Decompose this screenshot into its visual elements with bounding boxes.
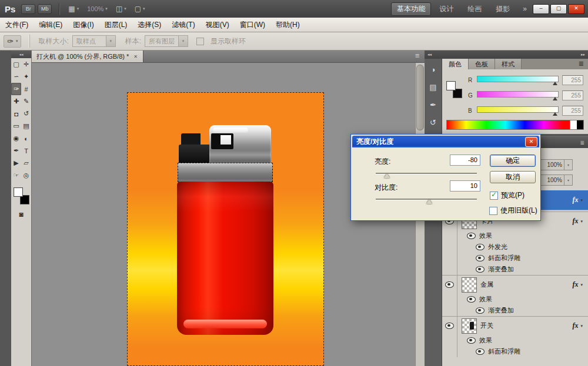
channel-value-field[interactable]: 255 — [562, 90, 583, 100]
contrast-slider[interactable] — [376, 197, 477, 204]
screen-mode-button[interactable]: ▢ ▾ — [135, 5, 145, 13]
collapse-dock-icon[interactable]: ◂◂ — [427, 52, 432, 57]
effect-row[interactable]: 渐变叠加 — [442, 264, 588, 275]
zoom-level-dropdown[interactable]: 100% ▾ — [87, 5, 108, 12]
menu-item-image[interactable]: 图像(I) — [68, 18, 99, 32]
workspace-button-design[interactable]: 设计 — [433, 2, 459, 16]
channel-value-field[interactable]: 255 — [562, 75, 583, 85]
panel-menu-icon[interactable]: ≣ — [574, 59, 588, 69]
menu-item-view[interactable]: 视图(V) — [201, 18, 235, 32]
menu-item-select[interactable]: 选择(S) — [132, 18, 166, 32]
close-button[interactable]: ✕ — [568, 4, 584, 14]
menu-item-filter[interactable]: 滤镜(T) — [166, 18, 200, 32]
effect-row[interactable]: 效果 — [442, 335, 588, 346]
quick-mask-icon[interactable]: ◙ — [11, 210, 31, 219]
workspace-button-photography[interactable]: 摄影 — [490, 2, 516, 16]
eyedropper-tool[interactable]: ✑ — [11, 83, 21, 95]
channel-slider[interactable] — [477, 75, 559, 85]
history-panel-icon[interactable]: ↺ — [425, 115, 442, 129]
dodge-tool[interactable]: ◐ — [21, 132, 31, 145]
effect-row[interactable]: 外发光 — [442, 241, 588, 253]
effect-row[interactable]: 渐变叠加 — [442, 305, 588, 316]
foreground-color-swatch[interactable] — [446, 81, 456, 90]
workspace-overflow-button[interactable]: » — [523, 5, 527, 13]
workspace-button-painting[interactable]: 绘画 — [462, 2, 487, 16]
hand-tool[interactable]: ☞ — [11, 169, 21, 182]
visibility-cell[interactable] — [442, 276, 457, 294]
tool-preset-picker[interactable]: ✑ ▾ — [4, 35, 21, 48]
collapse-effects-icon[interactable]: ▾ — [580, 198, 583, 203]
contrast-input[interactable]: 10 — [450, 180, 480, 192]
opacity-combo[interactable]: 100% ▾ — [540, 159, 573, 170]
visibility-cell[interactable] — [442, 335, 457, 346]
menu-item-help[interactable]: 帮助(H) — [270, 18, 305, 32]
panel-tab-styles[interactable]: 样式 — [495, 59, 522, 69]
menu-item-file[interactable]: 文件(F) — [0, 18, 34, 32]
sample-dropdown[interactable]: 所有图层 ▾ — [145, 35, 188, 47]
visibility-cell[interactable] — [442, 317, 457, 335]
channel-slider[interactable] — [477, 105, 559, 116]
visibility-cell[interactable] — [442, 305, 457, 316]
slider-thumb-icon[interactable] — [553, 97, 557, 100]
contrast-slider-thumb[interactable] — [426, 199, 432, 204]
channel-slider[interactable] — [477, 90, 559, 100]
view-extras-button[interactable]: ▦ ▾ — [68, 5, 79, 13]
brightness-input[interactable]: -80 — [450, 155, 480, 166]
restore-button[interactable]: ▢ — [550, 4, 567, 14]
visibility-cell[interactable] — [442, 264, 457, 275]
effect-row[interactable]: 斜面和浮雕 — [442, 253, 588, 264]
panel-tab-color[interactable]: 颜色 — [442, 59, 469, 69]
tab-close-icon[interactable]: ✕ — [133, 54, 138, 59]
scrollbar-thumb[interactable] — [416, 65, 424, 130]
shape-tool[interactable]: ▱ — [21, 157, 31, 169]
gradient-tool[interactable]: ▤ — [21, 120, 31, 132]
collapse-effects-icon[interactable]: ▾ — [580, 219, 583, 224]
cancel-button[interactable]: 取消 — [490, 171, 536, 183]
tools-panel-header[interactable]: ◂◂ — [11, 51, 31, 58]
layer-row[interactable]: 开关fx▾ — [442, 316, 588, 335]
blur-tool[interactable]: ◉ — [11, 132, 21, 145]
ok-button[interactable]: 确定 — [490, 155, 536, 167]
layer-thumbnail[interactable] — [462, 277, 477, 293]
quick-selection-tool[interactable]: ✦ — [21, 70, 31, 83]
sample-size-dropdown[interactable]: 取样点 ▾ — [72, 35, 116, 47]
panel-menu-icon[interactable]: ≣ — [580, 140, 584, 146]
paths-panel-icon[interactable]: ✒ — [425, 98, 442, 112]
pen-tool[interactable]: ✒ — [11, 145, 21, 157]
visibility-cell[interactable] — [442, 230, 457, 241]
layer-thumbnail[interactable] — [462, 318, 477, 334]
arrange-documents-button[interactable]: ◫ ▾ — [116, 5, 126, 13]
fill-combo[interactable]: 100% ▾ — [540, 174, 573, 186]
move-tool[interactable]: ✛ — [21, 58, 31, 70]
collapse-effects-icon[interactable]: ▾ — [580, 324, 583, 328]
canvas[interactable] — [127, 92, 324, 366]
healing-brush-tool[interactable]: ✚ — [11, 95, 21, 108]
collapse-panels-icon[interactable]: ▸▸ — [581, 52, 585, 57]
slider-thumb-icon[interactable] — [553, 112, 557, 116]
eraser-tool[interactable]: ▭ — [11, 120, 21, 132]
menu-item-layer[interactable]: 图层(L) — [99, 18, 133, 32]
effect-row[interactable]: 斜面和浮雕 — [442, 346, 588, 357]
path-selection-tool[interactable]: ▶ — [11, 157, 21, 169]
layer-row[interactable]: 金属fx▾ — [442, 275, 588, 294]
brush-tool[interactable]: ✎ — [21, 95, 31, 108]
styles-panel-icon[interactable]: ▤ — [425, 80, 442, 94]
workspace-button-essentials[interactable]: 基本功能 — [391, 2, 431, 16]
menu-item-window[interactable]: 窗口(W) — [235, 18, 270, 32]
legacy-checkbox[interactable]: ✓ — [489, 207, 497, 215]
menu-item-edit[interactable]: 编辑(E) — [34, 18, 68, 32]
show-sampling-ring-checkbox[interactable] — [196, 38, 204, 45]
preview-checkbox[interactable]: ✓ — [490, 192, 498, 200]
brightness-slider-thumb[interactable] — [384, 173, 390, 178]
launch-bridge-button[interactable]: Br — [21, 4, 35, 14]
adjustments-panel-icon[interactable]: ◑ — [425, 62, 442, 76]
tab-bar-menu-icon[interactable]: ≣ — [410, 51, 425, 62]
visibility-cell[interactable] — [442, 241, 457, 253]
color-spectrum-ramp[interactable] — [446, 120, 584, 130]
launch-minibridge-button[interactable]: Mb — [38, 4, 52, 14]
channel-value-field[interactable]: 255 — [562, 106, 583, 116]
legacy-option[interactable]: ✓ 使用旧版(L) — [489, 206, 537, 216]
visibility-cell[interactable] — [442, 294, 457, 305]
visibility-cell[interactable] — [442, 346, 457, 357]
spectrum-black-swatch[interactable] — [577, 120, 583, 129]
